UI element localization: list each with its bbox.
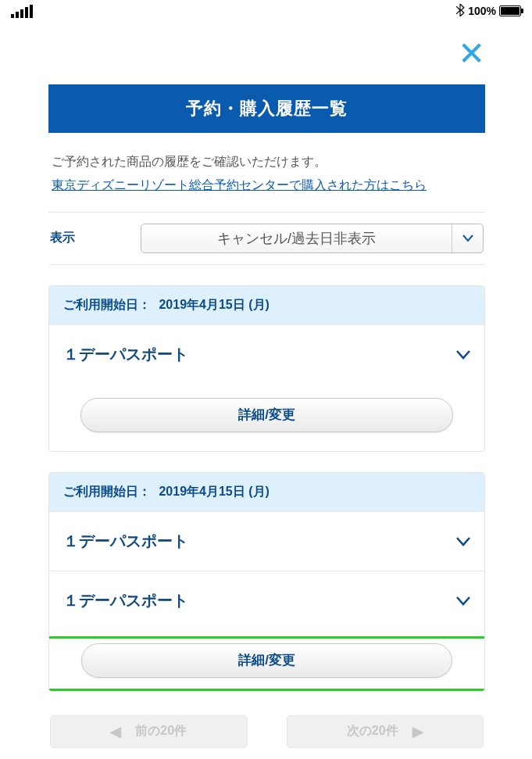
status-bar: 100% bbox=[0, 0, 532, 22]
filter-select[interactable]: キャンセル/過去日非表示 bbox=[141, 224, 484, 253]
ticket-item-row[interactable]: １デーパスポート bbox=[49, 324, 484, 384]
battery-icon bbox=[499, 5, 521, 16]
chevron-down-icon bbox=[456, 592, 470, 610]
card-date-header: ご利用開始日： 2019年4月15日 (月) bbox=[49, 473, 484, 511]
page-title: 予約・購入履歴一覧 bbox=[48, 84, 485, 133]
detail-change-button[interactable]: 詳細/変更 bbox=[80, 398, 453, 432]
reservation-card: ご利用開始日： 2019年4月15日 (月) １デーパスポート 詳細/変更 bbox=[48, 285, 485, 452]
ticket-item-row[interactable]: １デーパスポート bbox=[49, 511, 484, 571]
battery-text: 100% bbox=[468, 5, 496, 17]
date-label: ご利用開始日： bbox=[63, 298, 151, 311]
chevron-right-icon: ▶ bbox=[412, 723, 423, 740]
next-label: 次の20件 bbox=[347, 723, 398, 739]
highlight-annotation: 詳細/変更 bbox=[48, 636, 485, 691]
ticket-name: １デーパスポート bbox=[63, 590, 188, 611]
filter-row: 表示 キャンセル/過去日非表示 bbox=[48, 212, 485, 265]
prev-page-button[interactable]: ◀ 前の20件 bbox=[50, 715, 248, 748]
chevron-down-icon bbox=[456, 532, 470, 550]
date-value: 2019年4月15日 (月) bbox=[159, 485, 269, 498]
chevron-left-icon: ◀ bbox=[110, 723, 121, 740]
date-value: 2019年4月15日 (月) bbox=[159, 298, 269, 311]
help-link[interactable]: 東京ディズニーリゾート総合予約センターで購入された方はこちら bbox=[52, 178, 427, 192]
detail-change-button[interactable]: 詳細/変更 bbox=[81, 643, 452, 678]
intro-description: ご予約された商品の履歴をご確認いただけます。 bbox=[52, 155, 327, 168]
filter-label: 表示 bbox=[50, 230, 128, 246]
next-page-button[interactable]: 次の20件 ▶ bbox=[287, 715, 484, 748]
ticket-item-row[interactable]: １デーパスポート bbox=[49, 571, 484, 630]
pager: ◀ 前の20件 次の20件 ▶ bbox=[48, 715, 485, 748]
filter-selected-value: キャンセル/過去日非表示 bbox=[141, 229, 452, 248]
ticket-name: １デーパスポート bbox=[63, 531, 188, 552]
intro-text: ご予約された商品の履歴をご確認いただけます。 東京ディズニーリゾート総合予約セン… bbox=[48, 133, 485, 212]
date-label: ご利用開始日： bbox=[63, 485, 151, 498]
reservation-card: ご利用開始日： 2019年4月15日 (月) １デーパスポート １デーパスポート… bbox=[48, 472, 485, 692]
chevron-down-icon bbox=[456, 345, 470, 363]
bluetooth-icon bbox=[455, 4, 465, 19]
card-date-header: ご利用開始日： 2019年4月15日 (月) bbox=[49, 286, 484, 324]
chevron-down-icon bbox=[452, 224, 483, 252]
signal-icon bbox=[11, 5, 33, 18]
ticket-name: １デーパスポート bbox=[63, 344, 188, 365]
close-icon[interactable]: ✕ bbox=[458, 38, 485, 70]
prev-label: 前の20件 bbox=[135, 723, 187, 739]
